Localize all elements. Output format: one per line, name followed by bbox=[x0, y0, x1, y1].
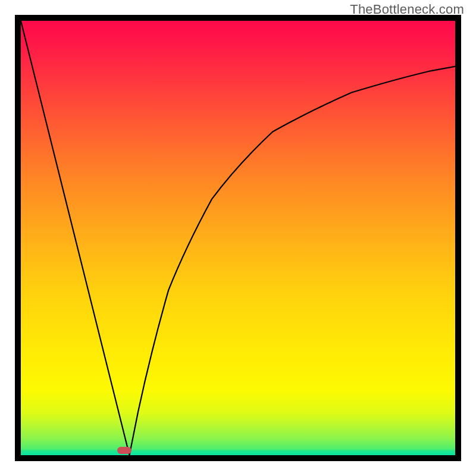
plot-border bbox=[15, 15, 461, 461]
watermark-text: TheBottleneck.com bbox=[350, 2, 464, 17]
optimum-marker bbox=[117, 447, 131, 454]
curve-svg bbox=[21, 21, 455, 455]
curve-left-branch bbox=[21, 21, 130, 455]
chart-frame: TheBottleneck.com bbox=[0, 0, 476, 476]
curve-right-branch bbox=[130, 67, 456, 455]
